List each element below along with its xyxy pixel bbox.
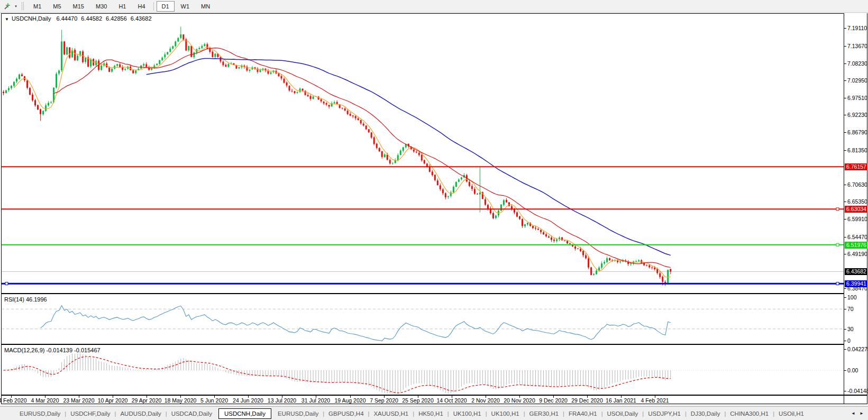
candle-bearish [321, 99, 322, 102]
tab-usdcnh-daily[interactable]: USDCNH,Daily [218, 408, 271, 419]
timeframe-button-d1[interactable]: D1 [157, 1, 175, 12]
line-anchor[interactable] [5, 282, 8, 285]
line-anchor[interactable] [836, 243, 839, 246]
candle-bearish [651, 267, 653, 268]
candle-bullish [392, 163, 394, 163]
candle-bearish [32, 95, 33, 101]
tab-audusd-daily[interactable]: AUDUSD,Daily [116, 409, 165, 418]
candle-bearish [34, 100, 36, 105]
candle-bullish [48, 103, 49, 105]
candle-bearish [474, 189, 476, 194]
main-price-chart[interactable] [2, 21, 844, 293]
candle-bullish [16, 79, 17, 81]
tool-dropdown-arrow[interactable]: ▾ [13, 4, 19, 8]
rsi-indicator-panel[interactable] [2, 294, 844, 344]
axis-tick-mark [844, 237, 846, 238]
tab-gbpusd-h4[interactable]: GBPUSD,H4 [325, 409, 367, 418]
candle-bearish [63, 41, 65, 54]
tab-usoil-daily[interactable]: USOil,Daily [604, 409, 642, 418]
candle-bearish [582, 251, 584, 255]
axis-tick-mark [844, 341, 846, 341]
line-anchor[interactable] [836, 208, 839, 211]
axis-tick-mark [844, 202, 846, 202]
candle-bullish [143, 64, 144, 66]
macd-indicator-panel[interactable] [2, 345, 844, 395]
chart-crosshair-tool-icon[interactable] [2, 2, 13, 11]
candle-bearish [310, 96, 312, 99]
axis-tick-mark [844, 132, 846, 133]
tab-usdcad-daily[interactable]: USDCAD,Daily [168, 409, 216, 418]
candle-bullish [297, 92, 298, 93]
candle-bullish [175, 41, 176, 46]
candle-bearish [323, 102, 325, 103]
tab-usdjpy-h1[interactable]: USDJPY,H1 [644, 409, 684, 418]
candle-bearish [387, 154, 388, 160]
candle-bullish [61, 41, 62, 70]
candle-bearish [222, 62, 224, 65]
candle-bearish [289, 86, 290, 90]
candle-bearish [416, 152, 417, 152]
level-price-label: 6.76157 [845, 163, 867, 170]
candle-bullish [334, 102, 335, 103]
timeframe-button-w1[interactable]: W1 [176, 1, 195, 12]
candle-bearish [352, 115, 354, 116]
candle-bearish [485, 199, 486, 205]
timeframe-button-h4[interactable]: H4 [132, 1, 150, 12]
level-price-label: 6.39941 [845, 280, 867, 287]
candle-bearish [492, 213, 494, 218]
candle-bearish [426, 163, 428, 167]
tab-scroll-right-icon[interactable]: ► [860, 411, 864, 416]
timeframe-button-m5[interactable]: M5 [48, 1, 66, 12]
tab-hk50-h1[interactable]: HK50,H1 [415, 409, 447, 418]
timeframe-button-mn[interactable]: MN [196, 1, 215, 12]
axis-tick-mark [844, 219, 846, 220]
tab-xauusd-h1[interactable]: XAUUSD,H1 [370, 409, 412, 418]
candle-bullish [596, 270, 597, 274]
chart-top-border [1, 13, 844, 14]
candle-bearish [590, 267, 592, 275]
tab-eurusd-daily[interactable]: EURUSD,Daily [16, 409, 64, 418]
candle-bullish [606, 258, 608, 262]
price-tick: 7.19110 [847, 25, 868, 32]
toolbar-grip[interactable] [22, 2, 24, 10]
tab-uk100-h1[interactable]: UK100,H1 [488, 409, 523, 418]
tab-dj30-daily[interactable]: DJ30,Daily [687, 409, 724, 418]
candle-bullish [111, 69, 113, 72]
candle-bullish [100, 66, 102, 70]
candle-bullish [630, 263, 632, 264]
candle-bearish [654, 268, 655, 269]
candle-bullish [604, 262, 605, 263]
axis-tick-mark [844, 185, 846, 185]
tab-fra40-h1[interactable]: FRA40,H1 [565, 409, 601, 418]
date-tick-label: 9 Dec 2020 [539, 397, 568, 404]
candle-bearish [421, 155, 423, 161]
candle-bullish [458, 179, 460, 181]
timeframe-button-m1[interactable]: M1 [28, 1, 47, 12]
tab-china300-h1[interactable]: CHINA300,H1 [726, 409, 772, 418]
tab-scroll-arrows: ◄ ► [848, 411, 868, 416]
candle-bullish [45, 105, 47, 111]
candle-bullish [116, 64, 118, 66]
current-price-label: 6.43682 [845, 268, 867, 275]
timeframe-button-m15[interactable]: M15 [68, 1, 89, 12]
tab-ger30-h1[interactable]: GER30,H1 [526, 409, 563, 418]
tab-scroll-left-icon[interactable]: ◄ [851, 411, 855, 416]
candle-bullish [8, 88, 10, 90]
timeframe-button-h1[interactable]: H1 [113, 1, 131, 12]
candle-bullish [556, 240, 558, 241]
macd-tick: -0.04148 [847, 388, 868, 395]
candle-bullish [19, 75, 20, 79]
tab-uk100-h1[interactable]: UK100,H1 [450, 409, 485, 418]
candle-bearish [535, 228, 536, 229]
candle-bearish [662, 277, 663, 282]
tab-usdchf-daily[interactable]: USDCHF,Daily [67, 409, 114, 418]
axis-tick-mark [844, 288, 846, 289]
candle-bearish [522, 219, 523, 226]
tab-eurusd-daily[interactable]: EURUSD,Daily [274, 409, 322, 418]
line-anchor[interactable] [836, 282, 839, 285]
axis-tick-mark [844, 297, 846, 298]
candle-bearish [190, 46, 192, 57]
candle-bullish [58, 70, 60, 74]
tab-usoil-h1[interactable]: USOil,H1 [775, 409, 808, 418]
timeframe-button-m30[interactable]: M30 [90, 1, 112, 12]
